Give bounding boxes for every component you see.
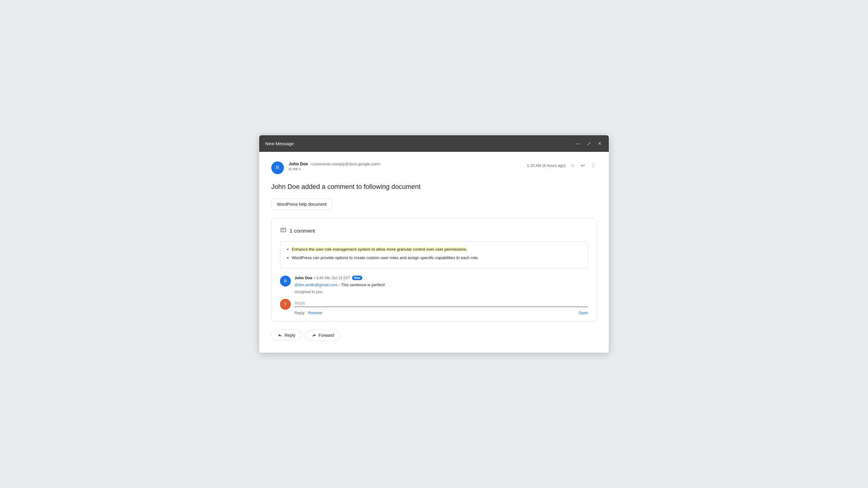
- new-badge: New: [352, 275, 363, 280]
- footer-forward-button[interactable]: Forward: [305, 330, 340, 341]
- comment-card: 1 comment Enhance the user role manageme…: [271, 218, 597, 321]
- reply-action-resolve[interactable]: Resolve: [308, 311, 322, 315]
- email-time: 1:20 AM (6 hours ago): [527, 163, 566, 168]
- sender-avatar: R: [271, 161, 284, 174]
- mention-link[interactable]: @tim.smith@gmail.com: [294, 283, 338, 287]
- email-window: New Message — ⤢ ✕ R John Doe <comments-n…: [259, 135, 609, 352]
- reply-area: T Reply Resolve Open: [280, 299, 588, 315]
- comment-item: R John Doe • 3:45 AM, Oct 10 (IST New @t…: [280, 275, 588, 294]
- sender-email: <comments-noreply@docs.google.com>: [310, 162, 381, 166]
- comment-author-row: John Doe • 3:45 AM, Oct 10 (IST New: [294, 275, 588, 280]
- minimize-button[interactable]: —: [575, 140, 582, 148]
- reply-actions: Reply Resolve Open: [294, 310, 588, 315]
- comment-time: • 3:45 AM, Oct 10 (IST: [314, 276, 350, 280]
- commenter-avatar: R: [280, 275, 291, 287]
- titlebar: New Message — ⤢ ✕: [259, 135, 609, 152]
- quoted-bullet-1: Enhance the user role management system …: [292, 247, 582, 253]
- comment-content: John Doe • 3:45 AM, Oct 10 (IST New @tim…: [294, 275, 588, 294]
- email-body: R John Doe <comments-noreply@docs.google…: [259, 152, 609, 352]
- email-meta-right: 1:20 AM (6 hours ago) ☆ ↩ ⋮: [527, 161, 597, 170]
- forward-arrow-icon: [312, 333, 316, 338]
- star-icon[interactable]: ☆: [569, 161, 576, 170]
- email-header-left: R John Doe <comments-noreply@docs.google…: [271, 161, 381, 174]
- reply-action-reply[interactable]: Reply: [294, 311, 304, 315]
- reply-input[interactable]: [294, 299, 588, 307]
- expand-button[interactable]: ⤢: [586, 139, 592, 148]
- comment-icon: [280, 227, 287, 235]
- sender-info: John Doe <comments-noreply@docs.google.c…: [289, 161, 381, 171]
- sender-name: John Doe: [289, 161, 308, 166]
- comment-text: @tim.smith@gmail.com - This sentence is …: [294, 282, 588, 288]
- reply-input-wrap: Reply Resolve Open: [294, 299, 588, 315]
- email-header: R John Doe <comments-noreply@docs.google…: [271, 161, 597, 174]
- footer-reply-label: Reply: [284, 333, 296, 338]
- comment-count-row: 1 comment: [280, 227, 588, 235]
- comment-thread: R John Doe • 3:45 AM, Oct 10 (IST New @t…: [280, 274, 588, 315]
- more-options-icon[interactable]: ⋮: [590, 161, 597, 170]
- svg-rect-0: [281, 228, 286, 232]
- footer-reply-button[interactable]: Reply: [271, 330, 302, 341]
- footer-forward-label: Forward: [318, 333, 334, 338]
- quoted-bullet-2: WordPress can provide options to create …: [292, 255, 582, 261]
- quoted-text-box: Enhance the user role management system …: [280, 241, 588, 269]
- window-controls: — ⤢ ✕: [575, 139, 603, 148]
- comment-author: John Doe: [294, 275, 312, 280]
- reply-avatar: T: [280, 299, 291, 310]
- comment-text-rest: - This sentence is perfect!: [339, 283, 385, 287]
- assigned-text: Assigned to you: [294, 290, 588, 294]
- email-subject: John Doe added a comment to following do…: [271, 183, 597, 191]
- doc-link[interactable]: WordPress help document: [271, 198, 333, 210]
- window-title: New Message: [265, 141, 294, 146]
- doc-link-text: WordPress help document: [277, 202, 327, 207]
- comment-count-label: 1 comment: [290, 228, 315, 234]
- to-me-dropdown[interactable]: to me ▾: [289, 167, 381, 171]
- reply-arrow-icon: [278, 333, 282, 338]
- chevron-down-icon: ▾: [299, 167, 301, 171]
- reply-icon[interactable]: ↩: [580, 161, 586, 170]
- reply-action-left: Reply Resolve: [294, 311, 322, 315]
- open-button[interactable]: Open: [578, 311, 588, 315]
- to-me-label: to me: [289, 167, 298, 171]
- close-button[interactable]: ✕: [596, 139, 603, 148]
- email-footer-actions: Reply Forward: [271, 330, 597, 341]
